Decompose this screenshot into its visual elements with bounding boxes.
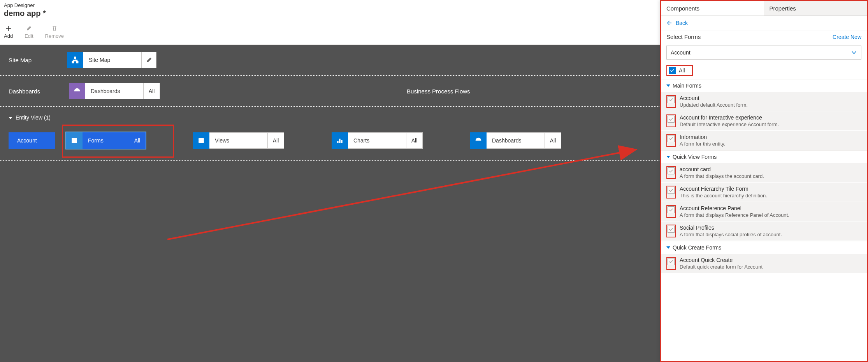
svg-line-9 xyxy=(167,150,634,239)
form-list-item[interactable]: InformationA form for this entity. xyxy=(661,131,867,150)
check-icon xyxy=(669,188,673,193)
panel-tabs: Components Properties xyxy=(661,1,867,16)
form-title: Account xyxy=(680,95,861,101)
tab-properties[interactable]: Properties xyxy=(764,1,867,16)
bpf-section-label: Business Process Flows xyxy=(407,88,508,95)
sitemap-tile[interactable]: Site Map xyxy=(67,52,156,68)
form-checkbox[interactable] xyxy=(668,226,675,233)
annotation-box xyxy=(666,257,676,270)
forms-tile[interactable]: Forms All xyxy=(66,132,146,149)
grid-icon xyxy=(193,132,209,149)
check-icon xyxy=(669,117,673,121)
form-desc: A form that displays Reference Panel of … xyxy=(680,212,861,218)
form-checkbox[interactable] xyxy=(668,206,675,213)
triangle-down-icon xyxy=(666,84,670,87)
plus-icon xyxy=(5,25,12,32)
caret-down-icon xyxy=(9,117,12,119)
arrow-left-icon xyxy=(666,20,672,26)
create-new-link[interactable]: Create New xyxy=(833,34,861,40)
sitemap-icon xyxy=(67,52,83,68)
form-checkbox[interactable] xyxy=(668,135,675,142)
app-title: demo app * xyxy=(4,9,46,18)
gauge-icon xyxy=(69,83,85,99)
back-label: Back xyxy=(676,20,688,26)
edit-label: Edit xyxy=(25,33,33,39)
sitemap-edit-icon[interactable] xyxy=(142,52,156,68)
back-button[interactable]: Back xyxy=(661,16,867,30)
entity-account-button[interactable]: Account xyxy=(9,132,55,149)
form-list-item[interactable]: Social ProfilesA form that displays soci… xyxy=(661,221,867,241)
form-icon xyxy=(66,132,83,149)
check-icon xyxy=(670,68,675,73)
edit-button[interactable]: Edit xyxy=(25,25,33,39)
all-checkbox[interactable] xyxy=(669,67,676,74)
form-checkbox[interactable] xyxy=(668,116,675,123)
views-tile-label: Views xyxy=(209,132,268,149)
gauge-icon xyxy=(470,132,487,149)
form-title: Account Quick Create xyxy=(680,257,861,263)
form-desc: A form that displays social profiles of … xyxy=(680,232,861,237)
form-list-item[interactable]: account cardA form that displays the acc… xyxy=(661,163,867,183)
dashboards-tile[interactable]: Dashboards All xyxy=(69,83,160,99)
form-checkbox[interactable] xyxy=(668,167,675,174)
form-desc: This is the account hierarchy definition… xyxy=(680,193,861,199)
quick-view-forms-label: Quick View Forms xyxy=(673,154,717,160)
check-icon xyxy=(669,97,673,102)
quick-view-forms-group[interactable]: Quick View Forms xyxy=(661,150,867,163)
annotation-box xyxy=(666,186,676,199)
pencil-icon xyxy=(26,25,32,32)
annotation-box xyxy=(666,134,676,147)
annotation-box xyxy=(666,225,676,237)
dashboards-badge: All xyxy=(144,83,160,99)
triangle-down-icon xyxy=(666,156,670,158)
entity-dashboards-label: Dashboards xyxy=(487,132,545,149)
form-list-item[interactable]: Account Quick CreateDefault quick create… xyxy=(661,254,867,273)
main-forms-group[interactable]: Main Forms xyxy=(661,79,867,92)
check-icon xyxy=(669,136,673,141)
check-icon xyxy=(669,169,673,173)
form-desc: A form for this entity. xyxy=(680,141,861,147)
form-list-item[interactable]: AccountUpdated default Account form. xyxy=(661,92,867,111)
entity-select[interactable]: Account xyxy=(666,46,861,60)
sitemap-tile-label: Site Map xyxy=(83,52,142,68)
form-desc: A form that displays the account card. xyxy=(680,173,861,179)
form-title: Social Profiles xyxy=(680,225,861,231)
form-checkbox[interactable] xyxy=(668,258,675,265)
entity-dashboards-tile[interactable]: Dashboards All xyxy=(470,132,561,149)
entity-view-label[interactable]: Entity View (1) xyxy=(9,114,51,121)
form-title: Information xyxy=(680,134,861,140)
annotation-box xyxy=(666,95,676,108)
dashboards-section-label: Dashboards xyxy=(9,88,69,95)
annotation-box xyxy=(666,166,676,179)
check-icon xyxy=(669,207,673,212)
remove-button[interactable]: Remove xyxy=(45,25,64,39)
chevron-down-icon xyxy=(851,49,857,56)
views-badge: All xyxy=(268,132,284,149)
dashboards-tile-label: Dashboards xyxy=(85,83,144,99)
form-list-item[interactable]: Account Reference PanelA form that displ… xyxy=(661,202,867,221)
form-title: Account Reference Panel xyxy=(680,205,861,211)
form-title: Account for Interactive experience xyxy=(680,114,861,121)
form-checkbox[interactable] xyxy=(668,96,675,103)
form-list-item[interactable]: Account Hierarchy Tile FormThis is the a… xyxy=(661,183,867,202)
charts-tile[interactable]: Charts All xyxy=(332,132,423,149)
triangle-down-icon xyxy=(666,246,670,249)
views-tile[interactable]: Views All xyxy=(193,132,284,149)
trash-icon xyxy=(51,25,58,32)
charts-tile-label: Charts xyxy=(348,132,406,149)
sitemap-section-label: Site Map xyxy=(9,57,51,63)
form-list-item[interactable]: Account for Interactive experienceDefaul… xyxy=(661,111,867,131)
annotation-box: All xyxy=(666,65,693,76)
all-label: All xyxy=(679,67,685,74)
chart-icon xyxy=(332,132,348,149)
quick-create-forms-group[interactable]: Quick Create Forms xyxy=(661,241,867,254)
add-button[interactable]: Add xyxy=(4,25,13,39)
forms-badge: All xyxy=(129,132,146,149)
quick-create-forms-label: Quick Create Forms xyxy=(673,244,721,251)
annotation-box xyxy=(666,205,676,218)
annotation-box xyxy=(666,114,676,127)
entity-select-value: Account xyxy=(671,49,691,56)
tab-components[interactable]: Components xyxy=(661,1,764,16)
form-title: account card xyxy=(680,166,861,172)
form-checkbox[interactable] xyxy=(668,187,675,194)
